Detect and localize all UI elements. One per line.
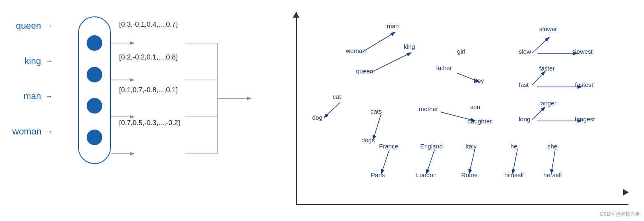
embed-king: king — [404, 43, 415, 50]
arrow-man: → — [45, 92, 53, 101]
svg-line-17 — [381, 150, 389, 174]
arrow-king: → — [45, 57, 53, 66]
y-axis-arrow — [293, 12, 299, 18]
node-3 — [87, 98, 102, 114]
embed-slower: slower — [539, 25, 557, 32]
arrow-woman: → — [45, 128, 53, 136]
embed-fast: fast — [519, 81, 529, 88]
embed-mother: mother — [419, 105, 438, 112]
embed-girl: girl — [457, 48, 465, 55]
embed-faster: faster — [539, 65, 555, 72]
embed-slow: slow — [519, 48, 531, 55]
vector-queen: [0.3,-0.1,0.4,...,0.7] — [119, 21, 180, 29]
node-2 — [87, 67, 102, 82]
svg-line-24 — [532, 107, 545, 120]
vector-king: [0.2,-0.2,0.1,...,0.8] — [119, 53, 180, 62]
node-4 — [87, 130, 102, 145]
embed-dog: dog — [312, 114, 322, 121]
embed-england: England — [420, 143, 443, 150]
svg-line-20 — [532, 37, 550, 53]
embed-man: man — [387, 23, 399, 30]
embed-paris: Paris — [371, 171, 385, 178]
embed-queen: queen — [356, 68, 373, 75]
embed-fastest: fastest — [575, 81, 593, 88]
arrow-queen: → — [45, 22, 53, 30]
embed-london: London — [416, 171, 437, 178]
svg-line-11 — [361, 32, 396, 52]
word-item-king: king → — [12, 56, 53, 66]
vector-to-mid-arrows — [185, 16, 263, 168]
embed-herself: herself — [543, 171, 562, 178]
embed-dogs: dogs — [361, 137, 375, 144]
neural-network-capsule — [78, 16, 111, 164]
vector-woman-value: [0.7,0.5,-0.3,...,-0.2] — [119, 119, 180, 127]
svg-line-27 — [551, 149, 555, 174]
embed-cats: cats — [370, 108, 382, 115]
embed-he: he — [511, 143, 518, 150]
embed-france: France — [379, 143, 398, 150]
vector-man: [0.1,0.7,-0.8,...,0.1] — [119, 86, 180, 94]
y-axis — [296, 12, 297, 205]
embed-long: long — [519, 116, 530, 123]
watermark: CSDN @穿越光年 — [600, 211, 640, 218]
word-man: man — [12, 91, 41, 102]
word-item-queen: queen → — [12, 21, 53, 31]
svg-line-18 — [426, 150, 435, 174]
embed-she: she — [547, 143, 557, 150]
vector-man-value: [0.1,0.7,-0.8,...,0.1] — [119, 86, 178, 94]
vector-woman: [0.7,0.5,-0.3,...,-0.2] — [119, 119, 180, 127]
x-axis — [296, 204, 628, 205]
embed-longest: longest — [575, 116, 595, 123]
embed-slowest: slowest — [572, 48, 593, 55]
x-axis-arrow — [623, 189, 629, 196]
vector-list: [0.3,-0.1,0.4,...,0.7] [0.2,-0.2,0.1,...… — [119, 21, 180, 127]
embed-longer: longer — [539, 100, 557, 107]
embed-cat: cat — [333, 93, 341, 100]
embed-italy: Italy — [465, 143, 477, 150]
word-relation-arrows — [279, 4, 637, 217]
word-item-woman: woman → — [12, 126, 53, 137]
vector-queen-value: [0.3,-0.1,0.4,...,0.7] — [119, 21, 178, 29]
word-woman: woman — [12, 126, 41, 137]
embed-daughter: daughter — [467, 118, 492, 125]
svg-line-12 — [370, 52, 412, 73]
embedding-visualization: man woman king queen cat dog cats dogs f… — [279, 4, 637, 217]
embed-himself: himself — [504, 171, 524, 178]
word-item-man: man → — [12, 91, 53, 102]
word-queen: queen — [12, 21, 41, 31]
embedding-diagram: queen → king → man → woman → — [8, 12, 263, 209]
word-king: king — [12, 56, 41, 66]
node-1 — [87, 35, 102, 51]
word-list: queen → king → man → woman → — [12, 21, 53, 137]
svg-line-26 — [513, 149, 518, 174]
embed-son: son — [470, 103, 480, 110]
svg-line-19 — [469, 150, 475, 174]
svg-line-22 — [532, 71, 545, 85]
vector-king-value: [0.2,-0.2,0.1,...,0.8] — [119, 53, 178, 62]
embed-father: father — [436, 64, 452, 71]
embed-woman: woman — [346, 47, 366, 54]
embed-boy: boy — [474, 77, 484, 84]
svg-line-13 — [324, 103, 340, 118]
embed-rome: Rome — [461, 171, 478, 178]
